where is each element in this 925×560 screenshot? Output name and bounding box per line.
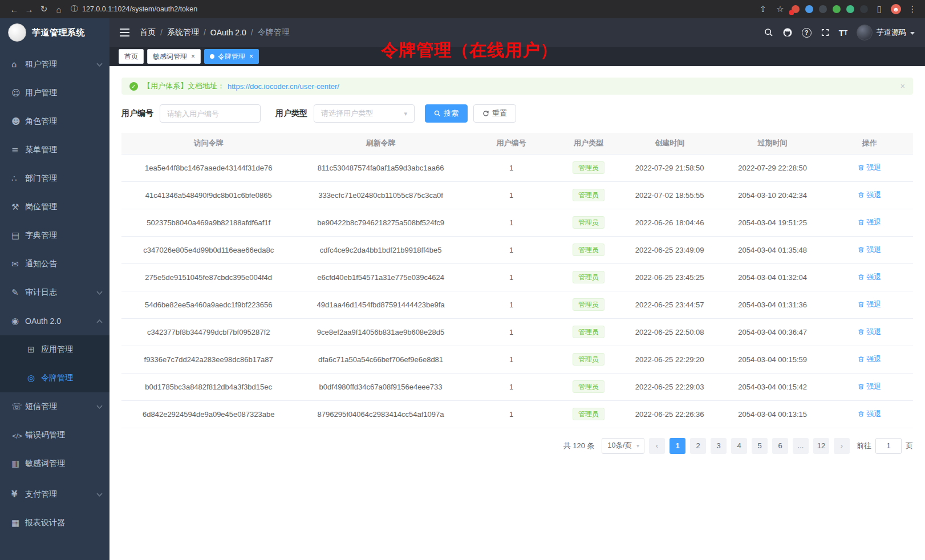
hamburger-icon[interactable] bbox=[120, 29, 129, 36]
page-size-select[interactable]: 10条/页 ▾ bbox=[602, 438, 644, 454]
breadcrumb-home[interactable]: 首页 bbox=[140, 27, 156, 38]
prev-page-button[interactable]: ‹ bbox=[649, 438, 665, 454]
sidebar-item-dict[interactable]: 字典管理 bbox=[0, 221, 109, 250]
report-designer-icon bbox=[11, 518, 25, 528]
user-type-cell: 管理员 bbox=[557, 181, 620, 209]
force-logout-label: 强退 bbox=[866, 382, 881, 392]
sidebar-item-label: 岗位管理 bbox=[25, 202, 102, 212]
breadcrumb-oauth[interactable]: OAuth 2.0 bbox=[210, 28, 246, 37]
reset-button[interactable]: 重置 bbox=[473, 104, 516, 123]
sidebar-item-menu[interactable]: 菜单管理 bbox=[0, 136, 109, 164]
breadcrumb-system[interactable]: 系统管理 bbox=[167, 27, 199, 38]
search-button[interactable]: 搜索 bbox=[425, 104, 468, 123]
sidebar-item-sensitive-word[interactable]: 敏感词管理 bbox=[0, 449, 109, 478]
force-logout-button[interactable]: 强退 bbox=[858, 327, 881, 337]
sidebar-item-user[interactable]: 用户管理 bbox=[0, 79, 109, 107]
browser-profile-avatar[interactable]: ☻ bbox=[891, 4, 901, 14]
browser-home-button[interactable]: ⌂ bbox=[51, 5, 66, 14]
more-pages-button[interactable]: ... bbox=[793, 438, 809, 454]
page-button[interactable]: 2 bbox=[690, 438, 706, 454]
user-id-input[interactable] bbox=[160, 104, 261, 123]
search-icon[interactable] bbox=[764, 28, 773, 37]
sidebar-item-label: 支付管理 bbox=[25, 489, 98, 500]
force-logout-button[interactable]: 强退 bbox=[858, 382, 881, 392]
font-size-icon[interactable]: TT bbox=[839, 28, 847, 38]
force-logout-button[interactable]: 强退 bbox=[858, 299, 881, 310]
sidebar-item-notice[interactable]: 通知公告 bbox=[0, 250, 109, 278]
goto-page-input[interactable] bbox=[875, 438, 902, 454]
refresh-token-cell: 8796295f04064c2983414cc54af1097a bbox=[295, 400, 465, 428]
force-logout-button[interactable]: 强退 bbox=[858, 163, 881, 173]
sidebar-item-token-management[interactable]: 令牌管理 bbox=[0, 364, 109, 392]
force-logout-button[interactable]: 强退 bbox=[858, 190, 881, 200]
force-logout-label: 强退 bbox=[866, 272, 881, 282]
extension-icon[interactable] bbox=[860, 5, 868, 13]
close-icon[interactable]: × bbox=[249, 52, 253, 60]
sidebar-item-role[interactable]: 角色管理 bbox=[0, 107, 109, 136]
alert-close-icon[interactable]: × bbox=[900, 82, 905, 91]
github-icon[interactable] bbox=[782, 27, 793, 38]
force-logout-label: 强退 bbox=[866, 409, 881, 419]
extension-icon[interactable] bbox=[846, 5, 854, 13]
user-type-badge: 管理员 bbox=[573, 216, 605, 229]
force-logout-label: 强退 bbox=[866, 299, 881, 310]
tab-home[interactable]: 首页 bbox=[119, 49, 144, 64]
page-button[interactable]: 5 bbox=[752, 438, 768, 454]
sidebar-item-tenant[interactable]: 租户管理 bbox=[0, 50, 109, 79]
browser-menu-icon[interactable]: ⋮ bbox=[907, 4, 918, 14]
fullscreen-icon[interactable] bbox=[821, 28, 830, 37]
sidebar-item-dept[interactable]: 部门管理 bbox=[0, 164, 109, 193]
sidebar-item-post[interactable]: 岗位管理 bbox=[0, 193, 109, 221]
extension-icon[interactable] bbox=[833, 5, 841, 13]
user-menu[interactable]: 芋道源码 bbox=[857, 25, 915, 40]
sidebar-item-report-designer[interactable]: 报表设计器 bbox=[0, 509, 109, 537]
extension-icon[interactable] bbox=[792, 5, 800, 13]
bookmark-star-icon[interactable]: ☆ bbox=[774, 4, 786, 14]
sidebar-item-oauth[interactable]: OAuth 2.0 bbox=[0, 307, 109, 335]
browser-split-icon[interactable]: ▯ bbox=[874, 4, 885, 14]
site-info-icon[interactable]: ⓘ bbox=[71, 4, 78, 14]
close-icon[interactable]: × bbox=[191, 52, 195, 60]
page-button[interactable]: 6 bbox=[772, 438, 788, 454]
extension-icon[interactable] bbox=[819, 5, 827, 13]
browser-reload-button[interactable]: ↻ bbox=[36, 4, 51, 14]
user-type-select[interactable]: 请选择用户类型 ▾ bbox=[314, 104, 415, 123]
page-button[interactable]: 1 bbox=[670, 438, 685, 454]
created-time-cell: 2022-06-25 22:29:03 bbox=[620, 373, 719, 400]
page-button[interactable]: 4 bbox=[731, 438, 747, 454]
page-button[interactable]: 12 bbox=[813, 438, 829, 454]
action-cell: 强退 bbox=[826, 236, 913, 263]
help-icon[interactable]: ? bbox=[802, 28, 812, 38]
tab-sensitive-word[interactable]: 敏感词管理 × bbox=[147, 49, 201, 64]
user-id-cell: 1 bbox=[466, 346, 557, 373]
sidebar-item-error-code[interactable]: 错误码管理 bbox=[0, 421, 109, 449]
sidebar-item-audit-log[interactable]: 审计日志 bbox=[0, 278, 109, 307]
sidebar-item-sms[interactable]: 短信管理 bbox=[0, 392, 109, 421]
doc-link[interactable]: https://doc.iocoder.cn/user-center/ bbox=[228, 82, 339, 91]
sidebar-item-label: 用户管理 bbox=[25, 88, 102, 98]
tab-token-management[interactable]: 令牌管理 × bbox=[204, 49, 259, 64]
share-icon[interactable]: ⇧ bbox=[757, 4, 769, 14]
sidebar-item-payment[interactable]: 支付管理 bbox=[0, 480, 109, 509]
app-logo-row[interactable]: 芋道管理系统 bbox=[0, 18, 109, 47]
browser-address-bar[interactable]: ⓘ 127.0.0.1:1024/system/oauth2/token bbox=[71, 4, 757, 14]
browser-back-button[interactable]: ← bbox=[7, 5, 22, 14]
force-logout-button[interactable]: 强退 bbox=[858, 354, 881, 364]
force-logout-button[interactable]: 强退 bbox=[858, 409, 881, 419]
url-text: 127.0.0.1:1024/system/oauth2/token bbox=[82, 5, 197, 13]
refresh-token-cell: b0df4980ffd34c67a08f9156e4eee733 bbox=[295, 373, 465, 400]
payment-icon bbox=[11, 489, 25, 500]
created-time-cell: 2022-06-25 23:44:57 bbox=[620, 291, 719, 318]
next-page-button[interactable]: › bbox=[834, 438, 850, 454]
page-button[interactable]: 3 bbox=[711, 438, 727, 454]
browser-forward-button[interactable]: → bbox=[22, 5, 36, 14]
force-logout-button[interactable]: 强退 bbox=[858, 217, 881, 228]
force-logout-button[interactable]: 强退 bbox=[858, 245, 881, 255]
expire-time-cell: 2054-03-04 19:51:25 bbox=[719, 209, 826, 236]
sidebar-item-app-management[interactable]: 应用管理 bbox=[0, 335, 109, 364]
sidebar-item-label: 短信管理 bbox=[25, 401, 98, 412]
refresh-token-cell: 9ce8ef2aa9f14056b831ae9b608e28d5 bbox=[295, 318, 465, 346]
extension-icon[interactable] bbox=[805, 5, 813, 13]
force-logout-button[interactable]: 强退 bbox=[858, 272, 881, 282]
chevron-down-icon: ▾ bbox=[404, 110, 407, 117]
